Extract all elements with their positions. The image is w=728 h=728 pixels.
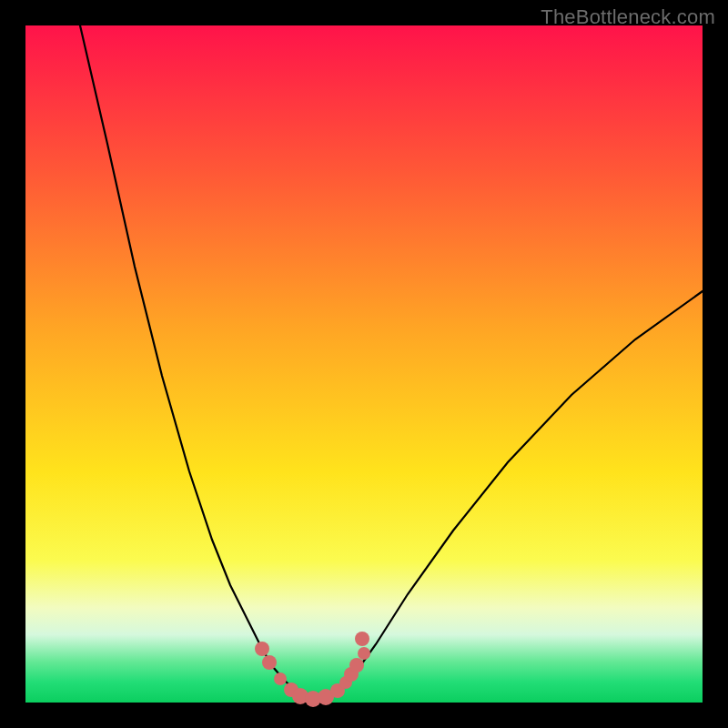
- curve-svg: [25, 25, 703, 703]
- valley-marker-dot: [262, 655, 277, 670]
- valley-marker-dot: [358, 647, 370, 660]
- watermark-text: TheBottleneck.com: [541, 5, 715, 29]
- valley-marker-dot: [274, 672, 287, 685]
- valley-markers: [255, 632, 370, 707]
- valley-marker-dot: [355, 632, 369, 646]
- valley-marker-dot: [349, 658, 364, 672]
- valley-marker-dot: [255, 642, 269, 656]
- chart-area: [25, 25, 703, 703]
- bottleneck-curve: [80, 25, 703, 699]
